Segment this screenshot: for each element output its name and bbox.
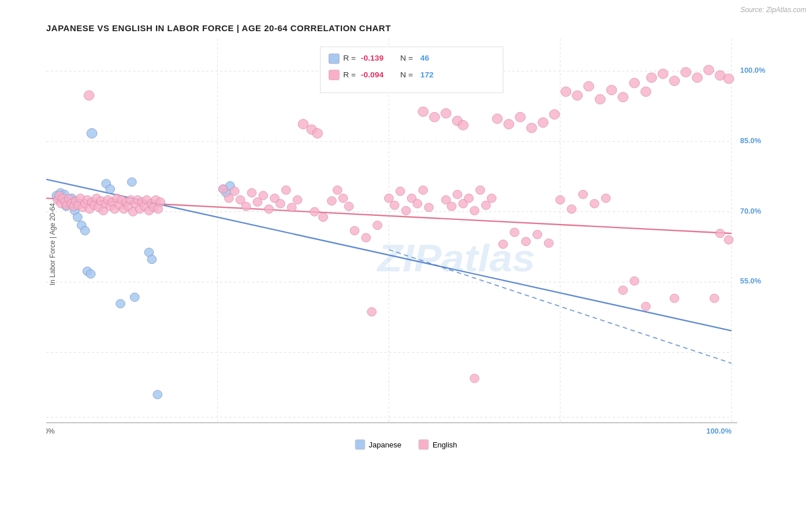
japanese-legend-box (355, 439, 365, 450)
svg-text:70.0%: 70.0% (740, 207, 761, 215)
svg-point-157 (549, 110, 560, 120)
svg-point-139 (430, 112, 440, 122)
svg-point-159 (510, 228, 519, 237)
svg-point-127 (338, 194, 348, 203)
svg-point-173 (579, 190, 588, 199)
svg-point-150 (482, 201, 491, 210)
svg-text:0.0%: 0.0% (46, 427, 55, 435)
svg-point-124 (312, 129, 323, 139)
svg-point-177 (630, 277, 639, 285)
svg-text:N =: N = (400, 54, 413, 63)
svg-point-126 (333, 186, 342, 195)
svg-point-138 (418, 107, 429, 117)
svg-point-120 (281, 186, 290, 195)
svg-point-132 (396, 187, 405, 196)
svg-point-174 (590, 199, 599, 208)
svg-point-135 (413, 199, 422, 208)
svg-point-148 (470, 206, 479, 215)
svg-point-149 (476, 186, 485, 195)
svg-point-133 (401, 206, 411, 215)
svg-rect-22 (329, 54, 340, 64)
svg-point-119 (276, 199, 285, 208)
chart-legend: Japanese English (355, 439, 457, 450)
svg-point-114 (247, 189, 256, 197)
svg-point-136 (419, 186, 428, 195)
svg-point-188 (716, 229, 725, 238)
scatter-chart: 100.0% 85.0% 70.0% 55.0% 0.0% 100.0% ZIP… (46, 39, 766, 450)
svg-point-130 (384, 194, 393, 203)
legend-english: English (419, 439, 457, 450)
svg-text:R =: R = (343, 54, 356, 63)
svg-point-52 (127, 178, 136, 186)
svg-point-147 (464, 194, 474, 203)
svg-text:55.0%: 55.0% (740, 278, 761, 286)
svg-text:46: 46 (420, 54, 429, 63)
svg-point-140 (441, 109, 451, 118)
svg-point-161 (533, 230, 542, 239)
svg-text:N =: N = (400, 70, 413, 79)
svg-point-153 (504, 120, 514, 129)
svg-point-56 (147, 255, 157, 264)
svg-point-196 (367, 308, 377, 316)
svg-rect-27 (329, 70, 340, 80)
svg-point-160 (522, 237, 531, 246)
svg-point-155 (527, 123, 537, 133)
svg-point-170 (640, 87, 651, 96)
svg-point-158 (498, 240, 508, 249)
svg-point-171 (556, 196, 565, 204)
svg-point-194 (319, 213, 328, 222)
svg-point-193 (373, 221, 382, 230)
svg-point-175 (601, 194, 610, 203)
svg-point-187 (724, 74, 734, 84)
svg-point-107 (156, 197, 165, 206)
svg-point-45 (73, 213, 82, 222)
svg-point-128 (344, 202, 353, 211)
svg-point-164 (572, 91, 583, 100)
svg-point-182 (692, 73, 702, 83)
svg-point-109 (219, 185, 228, 193)
legend-japanese: Japanese (355, 439, 401, 450)
svg-point-113 (241, 202, 251, 211)
english-legend-label: English (433, 441, 457, 449)
chart-title: JAPANESE VS ENGLISH IN LABOR FORCE | AGE… (46, 23, 766, 33)
svg-point-162 (544, 239, 553, 248)
svg-text:100.0%: 100.0% (740, 66, 766, 74)
svg-point-168 (618, 92, 628, 102)
svg-point-129 (298, 120, 308, 129)
svg-point-121 (287, 203, 296, 212)
svg-point-154 (515, 112, 526, 122)
svg-point-163 (561, 87, 571, 96)
svg-text:172: 172 (420, 70, 434, 79)
chart-container: JAPANESE VS ENGLISH IN LABOR FORCE | AGE… (0, 0, 812, 515)
svg-point-54 (130, 293, 139, 301)
svg-point-151 (487, 194, 496, 203)
source-label: Source: ZipAtlas.com (740, 6, 806, 14)
svg-point-108 (84, 91, 94, 100)
svg-point-145 (453, 190, 462, 199)
svg-point-44 (87, 129, 97, 139)
svg-point-176 (619, 286, 628, 294)
svg-text:85.0%: 85.0% (740, 137, 761, 145)
svg-point-152 (492, 114, 502, 124)
svg-point-197 (470, 374, 479, 383)
svg-point-195 (310, 207, 319, 216)
svg-point-191 (350, 226, 359, 235)
svg-point-172 (567, 205, 576, 214)
svg-point-167 (606, 85, 617, 95)
svg-point-183 (703, 65, 714, 75)
svg-point-144 (447, 202, 456, 211)
svg-point-192 (362, 233, 371, 242)
english-legend-box (419, 439, 429, 450)
chart-area: In Labor Force | Age 20-64 100.0% 85.0% … (46, 39, 766, 450)
svg-point-178 (646, 73, 657, 83)
svg-point-169 (630, 78, 640, 88)
svg-text:100.0%: 100.0% (706, 427, 732, 435)
svg-point-47 (80, 226, 90, 235)
svg-point-117 (265, 205, 274, 214)
svg-point-111 (230, 187, 239, 196)
svg-text:-0.094: -0.094 (361, 70, 384, 79)
svg-point-116 (259, 191, 268, 200)
svg-point-181 (681, 68, 691, 77)
svg-point-142 (458, 120, 468, 130)
svg-point-165 (584, 81, 594, 91)
